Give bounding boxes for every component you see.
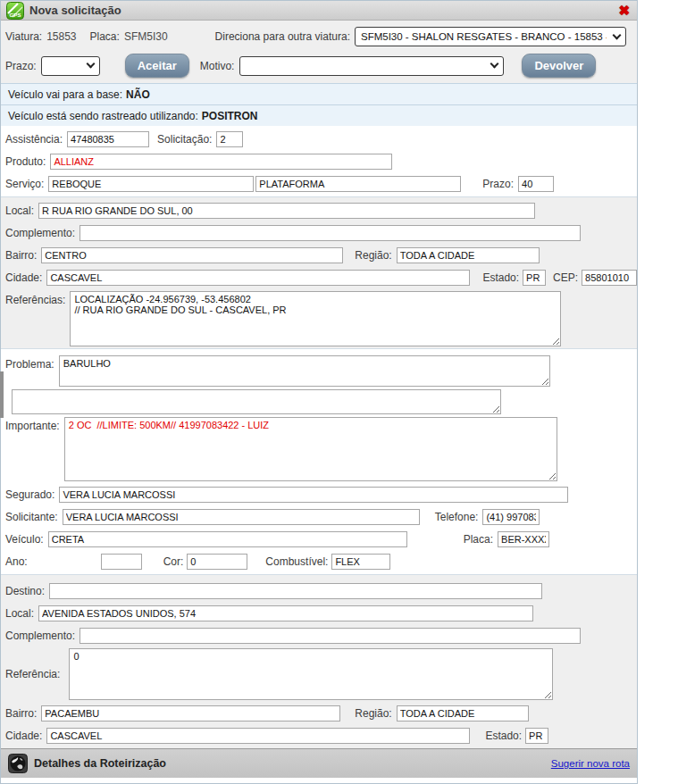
viatura-value: 15853 bbox=[46, 30, 76, 43]
direciona-label: Direciona para outra viatura: bbox=[215, 30, 350, 43]
base-status-value: NÃO bbox=[126, 88, 150, 101]
origin-complemento-input[interactable] bbox=[80, 225, 581, 241]
dest-estado-label: Estado: bbox=[485, 730, 522, 742]
cor-input[interactable] bbox=[187, 554, 247, 570]
base-status-bar: Veículo vai para a base: NÃO bbox=[1, 83, 637, 104]
viatura-label: Viatura: bbox=[5, 30, 42, 43]
assistencia-input[interactable] bbox=[67, 131, 149, 147]
dest-local-label: Local: bbox=[5, 607, 34, 620]
destino-input[interactable] bbox=[49, 583, 542, 599]
dest-referencia-textarea[interactable]: 0 bbox=[69, 648, 553, 700]
footer-title: Detalhes da Roteirização bbox=[34, 757, 166, 770]
importante-textarea[interactable]: 2 OC //LIMITE: 500KM// 41997083422 - LUI… bbox=[64, 417, 557, 481]
origin-bairro-label: Bairro: bbox=[5, 249, 37, 262]
dest-bairro-label: Bairro: bbox=[5, 707, 37, 720]
direciona-select[interactable]: SFM5I30 - SHALON RESGATES - BRANCO - 158… bbox=[355, 27, 626, 46]
titlebar: GPS Nova solicitação ✖ bbox=[1, 1, 637, 21]
assistencia-label: Assistência: bbox=[5, 133, 63, 146]
prazo-select[interactable] bbox=[41, 56, 100, 76]
dest-regiao-label: Região: bbox=[355, 707, 391, 720]
destino-label: Destino: bbox=[5, 585, 45, 597]
motivo-select[interactable] bbox=[239, 56, 504, 76]
origin-complemento-label: Complemento: bbox=[5, 227, 75, 239]
veiculo-input[interactable] bbox=[48, 531, 407, 547]
veiculo-label: Veículo: bbox=[5, 533, 44, 546]
svg-text:GPS: GPS bbox=[9, 12, 21, 18]
prazo-input[interactable] bbox=[518, 176, 554, 192]
dest-cidade-label: Cidade: bbox=[5, 730, 42, 742]
tracking-status-value: POSITRON bbox=[202, 110, 258, 122]
referencias-textarea[interactable]: LOCALIZAÇÃO -24.956739, -53.456802 // RU… bbox=[70, 291, 561, 346]
importante-label: Importante: bbox=[5, 420, 60, 432]
combustivel-input[interactable] bbox=[331, 554, 390, 570]
tracking-status-label: Veículo está sendo rastreado utilizando: bbox=[8, 110, 198, 122]
scrollbar-thumb-fragment[interactable] bbox=[0, 371, 4, 418]
origin-cidade-input[interactable] bbox=[46, 270, 470, 286]
globe-icon bbox=[8, 754, 28, 773]
origin-regiao-label: Região: bbox=[355, 249, 391, 262]
servico-input-1[interactable] bbox=[48, 176, 254, 192]
origin-local-label: Local: bbox=[5, 204, 34, 217]
dest-cidade-input[interactable] bbox=[46, 728, 470, 744]
details-section: Problema: BARULHO Importante: 2 OC //LIM… bbox=[1, 349, 637, 574]
chevron-down-icon bbox=[86, 60, 95, 69]
dest-regiao-input[interactable] bbox=[397, 705, 529, 721]
produto-label: Produto: bbox=[5, 155, 46, 168]
dest-complemento-input[interactable] bbox=[80, 628, 581, 644]
origin-cep-input[interactable] bbox=[582, 270, 637, 286]
origin-cidade-label: Cidade: bbox=[5, 271, 42, 284]
origin-section: Local: Complemento: Bairro: Região: Cida… bbox=[1, 196, 637, 349]
tracking-status-bar: Veículo está sendo rastreado utilizando:… bbox=[1, 104, 637, 126]
telefone-input[interactable] bbox=[482, 509, 540, 525]
devolver-button[interactable]: Devolver bbox=[522, 54, 596, 78]
origin-bairro-input[interactable] bbox=[41, 247, 343, 263]
screen: GPS Nova solicitação ✖ Viatura: 15853 Pl… bbox=[0, 0, 678, 784]
chevron-down-icon bbox=[490, 60, 499, 69]
dest-estado-input[interactable] bbox=[525, 728, 548, 744]
origin-estado-label: Estado: bbox=[482, 271, 519, 284]
motivo-label: Motivo: bbox=[200, 60, 235, 72]
segurado-input[interactable] bbox=[59, 487, 568, 503]
prazo-select-label: Prazo: bbox=[5, 60, 37, 72]
request-section: Assistência: Solicitação: Produto: Servi… bbox=[1, 126, 637, 196]
nova-solicitacao-dialog: GPS Nova solicitação ✖ Viatura: 15853 Pl… bbox=[0, 0, 638, 784]
problema-textarea[interactable]: BARULHO bbox=[59, 355, 550, 387]
telefone-label: Telefone: bbox=[435, 511, 479, 523]
origin-local-input[interactable] bbox=[38, 203, 535, 219]
problema-extra-textarea[interactable] bbox=[12, 389, 501, 414]
segurado-label: Segurado: bbox=[5, 488, 54, 501]
direciona-select-value: SFM5I30 - SHALON RESGATES - BRANCO - 158… bbox=[361, 31, 607, 42]
close-icon[interactable]: ✖ bbox=[618, 4, 630, 17]
servico-label: Serviço: bbox=[5, 178, 44, 190]
gps-icon: GPS bbox=[6, 2, 24, 20]
dest-bairro-input[interactable] bbox=[41, 705, 340, 721]
produto-input[interactable] bbox=[50, 154, 392, 170]
base-status-label: Veículo vai para a base: bbox=[8, 88, 122, 101]
solicitacao-label: Solicitação: bbox=[157, 133, 212, 146]
dispatch-section: Viatura: 15853 Placa: SFM5I30 Direciona … bbox=[1, 21, 637, 83]
dialog-title: Nova solicitação bbox=[29, 4, 121, 17]
prazo-label: Prazo: bbox=[482, 178, 514, 190]
cor-label: Cor: bbox=[163, 555, 184, 568]
servico-input-2[interactable] bbox=[255, 176, 461, 192]
dest-referencia-label: Referência: bbox=[5, 668, 60, 680]
dest-complemento-label: Complemento: bbox=[5, 630, 75, 642]
chevron-down-icon bbox=[613, 30, 622, 39]
ano-label: Ano: bbox=[5, 555, 28, 568]
origin-regiao-input[interactable] bbox=[397, 247, 540, 263]
combustivel-label: Combustível: bbox=[265, 555, 328, 568]
solicitante-label: Solicitante: bbox=[5, 511, 58, 523]
sugerir-nova-rota-link[interactable]: Sugerir nova rota bbox=[551, 758, 630, 769]
origin-estado-input[interactable] bbox=[523, 270, 546, 286]
placa-input[interactable] bbox=[498, 531, 549, 547]
referencias-label: Referências: bbox=[5, 294, 65, 306]
solicitante-input[interactable] bbox=[63, 509, 420, 525]
problema-label: Problema: bbox=[5, 358, 54, 371]
placa-header-value: SFM5I30 bbox=[124, 30, 168, 43]
dest-local-input[interactable] bbox=[38, 605, 533, 621]
ano-input[interactable] bbox=[101, 554, 142, 570]
destination-section: Destino: Local: Complemento: Referência:… bbox=[1, 574, 637, 748]
solicitacao-input[interactable] bbox=[216, 131, 243, 147]
aceitar-button[interactable]: Aceitar bbox=[125, 54, 189, 78]
placa-label: Placa: bbox=[464, 533, 493, 546]
